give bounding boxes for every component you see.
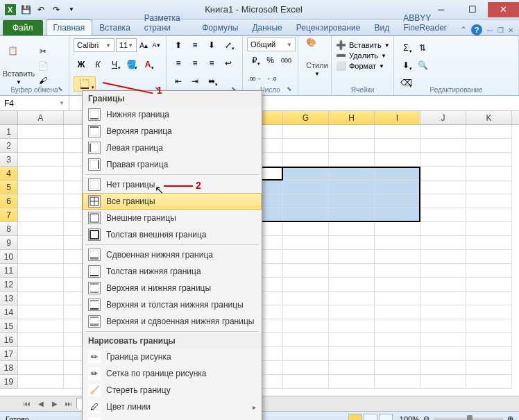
cell[interactable]: [18, 236, 64, 250]
cell[interactable]: [375, 292, 420, 305]
wrap-text-icon[interactable]: ↩: [221, 56, 236, 71]
tab-view[interactable]: Вид: [367, 20, 396, 35]
cell[interactable]: [329, 180, 375, 194]
tab-insert[interactable]: Вставка: [92, 20, 137, 35]
align-middle-icon[interactable]: ≡: [187, 37, 203, 53]
tab-abbyy[interactable]: ABBYY FineReader: [396, 10, 460, 35]
cell[interactable]: [466, 222, 512, 236]
underline-button[interactable]: Ч▾: [107, 57, 122, 72]
col-header[interactable]: K: [466, 111, 512, 124]
row-header[interactable]: 11: [0, 264, 18, 278]
cell[interactable]: [420, 264, 466, 278]
cell[interactable]: [375, 333, 420, 347]
cell[interactable]: [466, 333, 512, 347]
cell[interactable]: [466, 347, 512, 361]
border-right-item[interactable]: Правая граница: [83, 156, 262, 173]
cell[interactable]: [283, 264, 329, 278]
draw-border-item[interactable]: ✏Граница рисунка: [83, 348, 262, 365]
redo-icon[interactable]: ↷: [50, 3, 62, 16]
maximize-button[interactable]: ☐: [457, 2, 488, 17]
cell[interactable]: [283, 180, 329, 194]
line-color-item[interactable]: 🖊Цвет линии▸: [83, 398, 262, 415]
delete-cells-button[interactable]: ➖Удалить▼: [336, 51, 389, 60]
cell[interactable]: [466, 319, 512, 333]
cell[interactable]: [283, 222, 329, 236]
row-header[interactable]: 2: [0, 139, 18, 153]
border-thick-outside-item[interactable]: Толстая внешняя граница: [83, 226, 262, 243]
autosum-icon[interactable]: Σ▾: [398, 40, 414, 56]
cell[interactable]: [18, 319, 64, 333]
erase-border-item[interactable]: 🧹Стереть границу: [83, 382, 262, 398]
cell[interactable]: [420, 194, 466, 208]
cell[interactable]: [466, 292, 512, 305]
cell[interactable]: [466, 361, 512, 375]
cell[interactable]: [375, 347, 420, 361]
cell[interactable]: [375, 208, 420, 222]
cell[interactable]: [375, 278, 420, 292]
cell[interactable]: [375, 361, 420, 375]
border-double-bottom-item[interactable]: Сдвоенная нижняя граница: [83, 246, 262, 263]
styles-button[interactable]: 🎨 Стили ▼: [303, 37, 332, 77]
orientation-icon[interactable]: ⤢▾: [221, 37, 236, 53]
align-top-icon[interactable]: ⬆: [171, 37, 186, 53]
cell[interactable]: [329, 153, 375, 167]
cell[interactable]: [375, 250, 420, 264]
cell[interactable]: [283, 361, 329, 375]
percent-icon[interactable]: %: [263, 53, 278, 68]
cell[interactable]: [18, 125, 64, 139]
row-header[interactable]: 7: [0, 208, 18, 222]
line-style-item[interactable]: ≡Вид линии▸: [83, 415, 262, 420]
cell[interactable]: [329, 361, 375, 375]
cell[interactable]: [420, 361, 466, 375]
cell[interactable]: [466, 139, 512, 153]
fill-color-button[interactable]: 🪣▾: [124, 57, 139, 72]
currency-icon[interactable]: ₽▾: [247, 53, 262, 68]
sheet-nav-last[interactable]: ⏭: [62, 400, 75, 408]
cell[interactable]: [375, 167, 420, 180]
cell[interactable]: [329, 139, 375, 153]
row-header[interactable]: 3: [0, 153, 18, 167]
cell[interactable]: [283, 305, 329, 319]
cell[interactable]: [18, 305, 64, 319]
cell[interactable]: [18, 167, 64, 180]
cell[interactable]: [18, 333, 64, 347]
cell[interactable]: [466, 153, 512, 167]
col-header[interactable]: G: [283, 111, 329, 124]
view-normal-button[interactable]: [348, 414, 362, 421]
decrease-font-icon[interactable]: A▾: [151, 37, 162, 53]
cell[interactable]: [420, 153, 466, 167]
cell[interactable]: [375, 264, 420, 278]
cell[interactable]: [18, 139, 64, 153]
cell[interactable]: [18, 375, 64, 389]
increase-indent-icon[interactable]: ⇥: [187, 74, 203, 89]
close-button[interactable]: ✕: [488, 2, 519, 17]
border-outside-item[interactable]: Внешние границы: [83, 210, 262, 226]
doc-minimize-icon[interactable]: —: [486, 26, 493, 34]
cell[interactable]: [329, 222, 375, 236]
cell[interactable]: [375, 222, 420, 236]
cell[interactable]: [283, 250, 329, 264]
row-header[interactable]: 13: [0, 292, 18, 305]
cell[interactable]: [420, 305, 466, 319]
minimize-ribbon-icon[interactable]: ⌃: [460, 25, 467, 35]
cell[interactable]: [466, 305, 512, 319]
tab-page-layout[interactable]: Разметка страни: [137, 10, 195, 35]
row-header[interactable]: 15: [0, 319, 18, 333]
row-header[interactable]: 10: [0, 250, 18, 264]
cell[interactable]: [375, 305, 420, 319]
row-header[interactable]: 9: [0, 236, 18, 250]
clipboard-launcher[interactable]: ⬊: [58, 85, 66, 94]
cell[interactable]: [329, 125, 375, 139]
sort-filter-icon[interactable]: ⇅: [415, 40, 430, 56]
tab-home[interactable]: Главная: [46, 19, 93, 35]
row-header[interactable]: 14: [0, 305, 18, 319]
cell[interactable]: [329, 194, 375, 208]
tab-review[interactable]: Рецензирование: [289, 20, 368, 35]
merge-icon[interactable]: ⬌▾: [204, 74, 219, 89]
border-top-bottom-item[interactable]: Верхняя и нижняя границы: [83, 280, 262, 296]
cell[interactable]: [420, 167, 466, 180]
col-header[interactable]: I: [375, 111, 420, 124]
cell[interactable]: [283, 292, 329, 305]
row-header[interactable]: 6: [0, 194, 18, 208]
cell[interactable]: [375, 236, 420, 250]
